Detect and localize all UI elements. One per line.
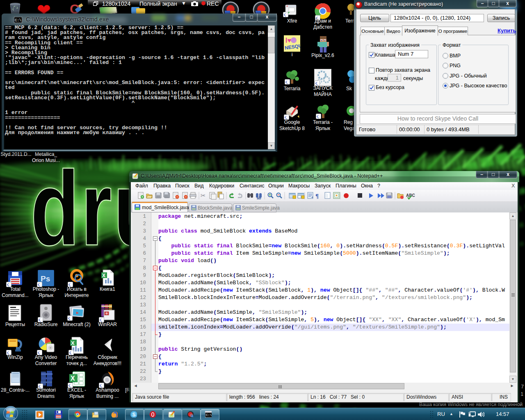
svg-text:ab: ab: [257, 196, 261, 200]
svg-text:✂: ✂: [201, 192, 206, 199]
svg-text:X: X: [71, 375, 75, 382]
svg-text:X: X: [102, 273, 105, 278]
svg-text:¶: ¶: [315, 193, 319, 199]
svg-text:C:\: C:\: [15, 18, 21, 23]
svg-text:I♥: I♥: [285, 37, 291, 44]
svg-text:S: S: [132, 412, 136, 418]
svg-text:C:\: C:\: [206, 413, 212, 417]
svg-text:X: X: [71, 340, 75, 346]
